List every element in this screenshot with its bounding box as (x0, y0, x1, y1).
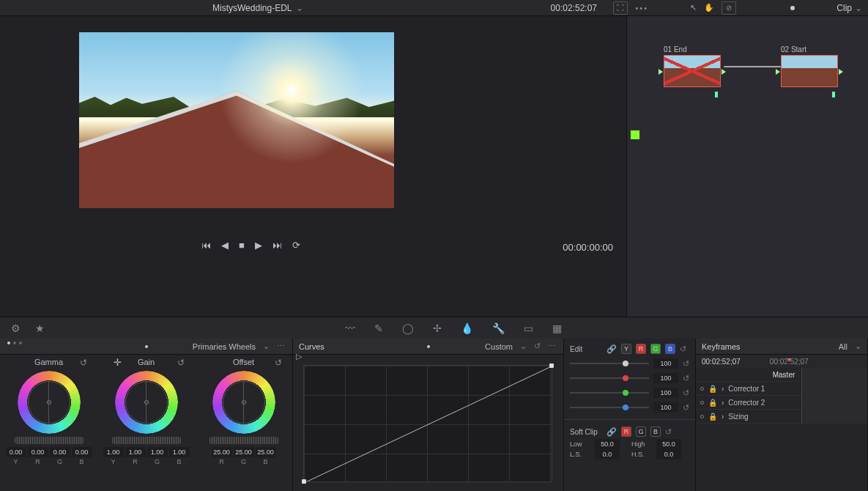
play-icon[interactable]: ▶ (255, 240, 262, 251)
sc-r-button[interactable]: R (621, 427, 631, 437)
curve-point-black[interactable] (302, 479, 306, 484)
offset-reset-icon[interactable]: ↺ (275, 358, 282, 368)
node-02[interactable]: 02 Start (781, 45, 838, 87)
keyframes-title: Keyframes (702, 342, 741, 351)
gamma-wheel-group: Gamma ↺ 0.00 0.00 0.00 0.00 YRGB (3, 358, 94, 465)
reset-icon[interactable]: ↺ (683, 403, 689, 413)
channel-g-button[interactable]: G (650, 344, 661, 354)
last-frame-icon[interactable]: ⏭ (272, 240, 282, 251)
curve-drag-handle-icon[interactable]: ▷ (296, 352, 302, 361)
edit-reset-icon[interactable]: ↺ (680, 344, 686, 354)
curves-mode-dropdown[interactable]: Custom (485, 342, 513, 351)
3d-icon[interactable]: ▦ (552, 322, 562, 334)
intensity-g-value[interactable]: 100 (653, 388, 678, 398)
node-dot-icon (790, 6, 795, 10)
keyframe-track-row[interactable]: 🔒› Corrector 2 (696, 396, 867, 410)
curves-options-icon[interactable]: ⋯ (548, 342, 557, 351)
node-indicator-icon (715, 92, 718, 97)
curve-point-white[interactable] (549, 363, 554, 368)
link-icon[interactable]: 🔗 (607, 344, 617, 354)
source-input-icon[interactable] (630, 130, 640, 140)
gamma-g-value[interactable]: 0.00 (50, 447, 70, 457)
intensity-r-value[interactable]: 100 (653, 373, 678, 383)
reset-icon[interactable]: ↺ (683, 359, 689, 369)
sizing-icon[interactable]: ▭ (524, 322, 533, 334)
gain-reset-icon[interactable]: ↺ (177, 358, 185, 368)
top-bar: MistysWedding-EDL 00:02:52:07 ⛶ ••• ↖ ✋ … (0, 0, 868, 16)
curves-icon[interactable]: 〰 (345, 322, 355, 334)
sc-b-button[interactable]: B (650, 427, 661, 437)
softclip-hs-value[interactable]: 0.0 (656, 449, 681, 459)
intensity-b-value[interactable]: 100 (653, 402, 678, 413)
keyframes-filter-dropdown[interactable]: All (839, 342, 847, 351)
lock-icon[interactable]: 🔒 (708, 385, 717, 393)
stop-icon[interactable]: ■ (239, 240, 245, 251)
project-name-dropdown[interactable]: MistysWedding-EDL (212, 3, 303, 13)
link-icon[interactable]: 🔗 (607, 427, 617, 437)
softclip-reset-icon[interactable]: ↺ (665, 427, 672, 437)
offset-wheel-group: Offset ↺ 25.00 25.00 25.00 RGB (198, 358, 289, 465)
blur-icon[interactable]: 💧 (461, 322, 473, 334)
softclip-high-value[interactable]: 50.0 (656, 439, 681, 449)
gamma-y-value[interactable]: 0.00 (6, 447, 26, 457)
channel-y-button[interactable]: Y (621, 344, 631, 354)
svg-line-0 (304, 366, 552, 481)
node-mode-dropdown[interactable]: Clip (837, 3, 862, 13)
primaries-wheels-panel: Primaries Wheels ⌄ ⋯ Gamma ↺ 0.00 0.00 0… (0, 339, 293, 491)
curves-panel: Curves Custom ⌄ ↺ ⋯ ▷ (293, 339, 564, 491)
intensity-b-slider[interactable] (570, 407, 649, 408)
intensity-g-slider[interactable] (570, 392, 649, 394)
intensity-r-slider[interactable] (570, 377, 649, 379)
intensity-y-value[interactable]: 100 (653, 358, 678, 369)
playhead-icon[interactable]: ▾ (787, 355, 791, 363)
channel-b-button[interactable]: B (665, 344, 675, 354)
palette-bar: ⚙ ★ 〰 ✎ ◯ ✢ 💧 🔧 ▭ ▦ (0, 317, 868, 339)
sc-g-button[interactable]: G (636, 427, 646, 437)
key-icon[interactable]: 🔧 (492, 322, 505, 334)
keyframe-track-row[interactable]: 🔒› Corrector 1 (696, 382, 867, 396)
pointer-tool-icon[interactable]: ↖ (690, 3, 697, 12)
gamma-jog[interactable] (15, 437, 84, 444)
softclip-low-value[interactable]: 50.0 (595, 439, 620, 449)
gamma-r-value[interactable]: 0.00 (28, 447, 48, 457)
reset-icon[interactable]: ↺ (683, 388, 689, 398)
gamma-b-value[interactable]: 0.00 (72, 447, 92, 457)
channel-r-button[interactable]: R (636, 344, 646, 354)
keyframe-master-row[interactable]: Master (696, 368, 867, 382)
qualifier-icon[interactable]: ✎ (374, 322, 383, 334)
offset-jog[interactable] (209, 437, 278, 444)
gamma-reset-icon[interactable]: ↺ (80, 358, 87, 368)
viewer-options-icon[interactable]: ••• (635, 4, 648, 12)
picker-icon[interactable]: ✛ (114, 357, 122, 368)
step-back-icon[interactable]: ◀ (221, 240, 229, 251)
expand-viewer-icon[interactable]: ⛶ (613, 1, 628, 15)
intensity-y-slider[interactable] (570, 363, 649, 364)
hand-tool-icon[interactable]: ✋ (704, 3, 714, 12)
node-link (724, 66, 781, 67)
gain-jog[interactable] (112, 437, 181, 444)
wheels-options-icon[interactable]: ⋯ (277, 342, 286, 351)
disable-tool-icon[interactable]: ⊘ (722, 1, 736, 15)
transport-controls: ⏮ ◀ ■ ▶ ⏭ ⟳ (201, 240, 300, 251)
window-icon[interactable]: ◯ (402, 322, 414, 334)
lock-icon[interactable]: 🔒 (708, 399, 717, 407)
color-match-icon[interactable]: ★ (35, 322, 45, 334)
keyframe-track-row[interactable]: 🔒› Sizing (696, 410, 867, 424)
keyframes-panel: Keyframes All ⌄ 00:02:52;07 ▾ 00:02:52;0… (696, 339, 868, 491)
first-frame-icon[interactable]: ⏮ (201, 240, 211, 251)
loop-icon[interactable]: ⟳ (292, 240, 300, 251)
keyframe-timeline-header[interactable]: 00:02:52;07 ▾ 00:02:52;07 (696, 355, 867, 368)
tracker-icon[interactable]: ✢ (433, 322, 442, 334)
curve-editor[interactable] (303, 365, 552, 482)
node-graph-panel[interactable]: 01 End 02 Start (626, 16, 868, 317)
position-timecode[interactable]: 00:00:00:00 (563, 242, 613, 253)
reset-icon[interactable]: ↺ (683, 374, 689, 383)
gain-wheel-group: ✛ Gain ↺ 1.00 1.00 1.00 1.00 YRGB (100, 358, 192, 465)
preview-image[interactable] (79, 32, 394, 208)
camera-raw-icon[interactable]: ⚙ (11, 322, 21, 334)
softclip-ls-value[interactable]: 0.0 (595, 449, 620, 459)
node-01[interactable]: 01 End (664, 45, 721, 87)
lock-icon[interactable]: 🔒 (708, 413, 717, 421)
curves-reset-icon[interactable]: ↺ (534, 342, 541, 351)
wheels-mode-dropdown[interactable]: Primaries Wheels (193, 342, 256, 351)
